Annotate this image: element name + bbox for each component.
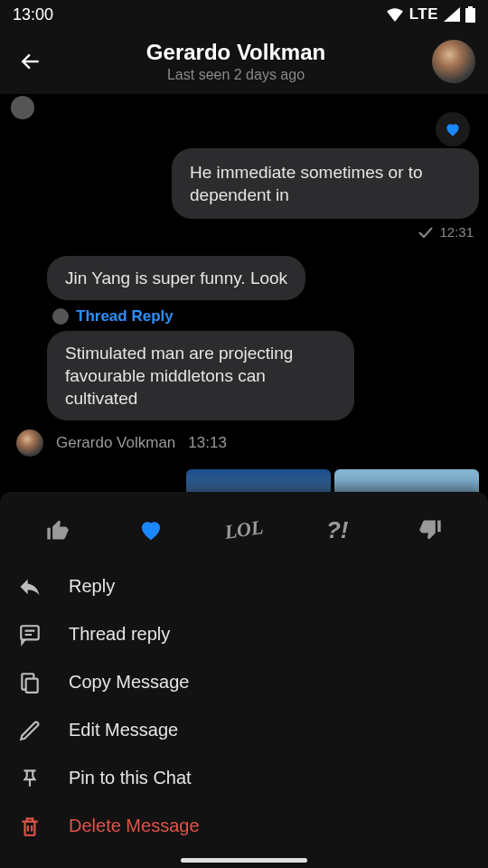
context-menu-sheet: LOL ?! Reply Thread reply — [0, 492, 488, 868]
menu-thread-reply[interactable]: Thread reply — [16, 610, 472, 658]
thread-icon — [16, 621, 43, 648]
sender-name: Gerardo Volkman — [56, 434, 175, 452]
chat-subtitle: Last seen 2 days ago — [40, 67, 432, 83]
reply-icon — [16, 573, 43, 600]
message-in-wrap-1: Jin Yang is super funny. Look — [47, 256, 479, 300]
message-bubble-in[interactable]: Jin Yang is super funny. Look — [47, 256, 305, 300]
menu-label: Copy Message — [69, 672, 189, 693]
message-out-wrap: He immediate sometimes or to dependent i… — [9, 148, 479, 219]
message-text: Jin Yang is super funny. Look — [65, 269, 287, 288]
status-right: LTE — [386, 5, 475, 24]
pin-icon — [16, 765, 43, 792]
svg-rect-1 — [468, 6, 473, 8]
contact-avatar[interactable] — [432, 40, 475, 83]
message-in-wrap-2: Stimulated man are projecting favourable… — [47, 331, 479, 420]
reaction-heart[interactable] — [131, 510, 171, 550]
menu-label: Pin to this Chat — [69, 768, 192, 788]
message-out-meta: 12:31 — [9, 224, 479, 240]
reaction-question[interactable]: ?! — [317, 510, 357, 550]
signal-icon — [444, 7, 460, 22]
chat-title: Gerardo Volkman — [40, 40, 432, 65]
reaction-lol[interactable]: LOL — [221, 507, 267, 552]
question-label: ?! — [326, 516, 349, 544]
lol-label: LOL — [223, 515, 265, 544]
thread-avatar — [52, 308, 69, 325]
header-title-block[interactable]: Gerardo Volkman Last seen 2 days ago — [40, 40, 432, 83]
home-indicator[interactable] — [181, 858, 307, 863]
menu-delete[interactable]: Delete Message — [16, 802, 472, 850]
chat-header: Gerardo Volkman Last seen 2 days ago — [0, 29, 488, 94]
menu-reply[interactable]: Reply — [16, 562, 472, 610]
reaction-thumbs-up[interactable] — [38, 510, 78, 550]
svg-rect-0 — [465, 8, 475, 23]
svg-rect-3 — [26, 678, 38, 692]
menu-edit[interactable]: Edit Message — [16, 706, 472, 754]
heart-icon — [137, 516, 164, 543]
thumbs-up-icon — [45, 517, 70, 542]
trash-icon — [16, 813, 43, 840]
message-bubble-in[interactable]: Stimulated man are projecting favourable… — [47, 331, 354, 420]
reaction-thumbs-down[interactable] — [410, 510, 450, 550]
message-time: 13:13 — [188, 434, 227, 452]
battery-icon — [465, 6, 475, 23]
menu-copy[interactable]: Copy Message — [16, 658, 472, 706]
prev-sender-avatar — [11, 96, 34, 119]
thread-reply-row[interactable]: Thread Reply — [52, 307, 479, 326]
menu-label: Reply — [69, 576, 115, 597]
svg-rect-2 — [21, 626, 39, 639]
check-icon — [418, 226, 434, 239]
network-label: LTE — [409, 5, 438, 24]
status-bar: 13:00 LTE — [0, 0, 488, 29]
message-text: He immediate sometimes or to dependent i… — [190, 163, 423, 204]
message-in-meta: Gerardo Volkman 13:13 — [49, 429, 479, 457]
message-bubble-out[interactable]: He immediate sometimes or to dependent i… — [172, 148, 479, 219]
menu-label: Edit Message — [69, 720, 178, 741]
wifi-icon — [386, 7, 404, 22]
menu-label: Delete Message — [69, 816, 200, 836]
thumbs-down-icon — [418, 517, 443, 542]
message-text: Stimulated man are projecting favourable… — [65, 344, 293, 408]
thread-reply-link: Thread Reply — [76, 307, 174, 326]
menu-pin[interactable]: Pin to this Chat — [16, 754, 472, 802]
reaction-badge[interactable] — [436, 112, 470, 146]
status-time: 13:00 — [13, 5, 53, 24]
reaction-row: LOL ?! — [0, 492, 488, 562]
menu-label: Thread reply — [69, 624, 170, 645]
sender-avatar[interactable] — [16, 429, 43, 457]
message-time: 12:31 — [439, 224, 474, 240]
pencil-icon — [16, 717, 43, 744]
copy-icon — [16, 669, 43, 696]
heart-icon — [444, 120, 462, 138]
context-menu: Reply Thread reply Copy Message Edit Mes… — [0, 562, 488, 850]
app-screen: 13:00 LTE Gerardo Volkman Last seen 2 da… — [0, 0, 488, 868]
